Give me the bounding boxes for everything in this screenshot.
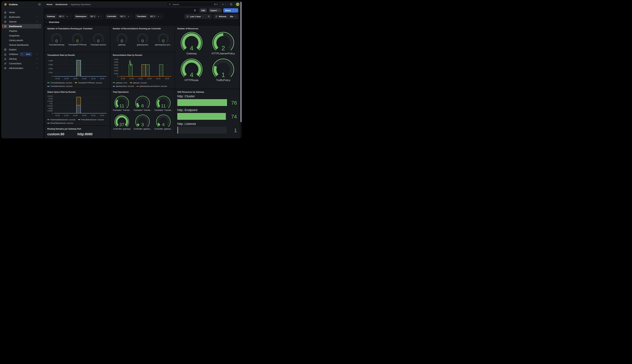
- panel-title[interactable]: XDS Resources by Gateway: [175, 90, 239, 94]
- svg-text:0: 0: [117, 76, 118, 77]
- sidebar-item-bookmarks[interactable]: Bookmarks: [3, 15, 42, 19]
- panel-title[interactable]: Reconciliation Rate by Results: [111, 53, 174, 56]
- edit-button[interactable]: Edit: [199, 8, 207, 12]
- filter-gateway[interactable]: GatewayAll✕✕: [45, 14, 72, 19]
- legend-item[interactable]: TranslateGateway: success: [47, 81, 72, 84]
- legend-item[interactable]: gatewayclass-provisioner: success: [137, 85, 167, 88]
- svg-text:0.003: 0.003: [114, 67, 118, 69]
- filter-translator[interactable]: TranslatorAll✕✕: [135, 14, 163, 19]
- panel-reconciliations-running: Number of Reconciliations Running per Co…: [111, 26, 174, 52]
- grafana-logo-icon[interactable]: [4, 2, 7, 6]
- stat-value: custom:80: [47, 132, 77, 136]
- filter-label: Translator: [135, 14, 148, 19]
- remove-value-icon[interactable]: ✕: [124, 16, 125, 17]
- panel-title[interactable]: Number of Translations Running per Trans…: [46, 26, 109, 30]
- legend-item[interactable]: GatewayStatusSyncer: success: [47, 118, 76, 121]
- sidebar-item-drilldown[interactable]: DrilldownNew!: [3, 52, 42, 56]
- refresh-interval-picker[interactable]: 30s: [228, 14, 238, 19]
- svg-text:0.01: 0.01: [50, 102, 53, 104]
- remove-value-icon[interactable]: ✕: [154, 16, 155, 17]
- svg-text:13:00: 13:00: [82, 78, 86, 80]
- svg-text:12:50: 12:50: [73, 114, 78, 116]
- search-box[interactable]: ⌘+k: [167, 2, 219, 7]
- gauge-value: 1: [208, 72, 239, 78]
- breadcrumb-dashboards[interactable]: Dashboards: [56, 3, 68, 6]
- zoom-out-icon: [208, 15, 210, 18]
- sidebar-item-connections[interactable]: Connections: [3, 61, 42, 66]
- chevron-down-icon[interactable]: [234, 10, 238, 12]
- sidebar-item-shared-dashboards[interactable]: Shared dashboards: [3, 42, 42, 47]
- chevron-down-icon[interactable]: [69, 16, 70, 17]
- gauge: 2HTTPListenerPolicy: [208, 31, 239, 55]
- scrollbar-thumb[interactable]: [240, 2, 241, 122]
- sidebar-item-dashboards[interactable]: Dashboards: [3, 24, 42, 28]
- search-input[interactable]: [172, 3, 214, 6]
- legend-item[interactable]: gateway: error: [113, 81, 127, 84]
- help-button[interactable]: ?: [230, 3, 232, 6]
- export-button[interactable]: Export: [209, 8, 222, 12]
- panel-title[interactable]: Number of Resources: [175, 26, 239, 30]
- filter-namespace[interactable]: NamespaceAll✕✕: [74, 14, 103, 19]
- clear-filter-icon[interactable]: ✕: [158, 16, 159, 18]
- row-title: Overview: [49, 21, 59, 24]
- panel-title[interactable]: Status Syncs Rate by Results: [46, 90, 109, 94]
- legend-item[interactable]: TranslateListeners: success: [47, 85, 73, 88]
- share-button[interactable]: Share: [223, 8, 238, 12]
- chevron-down-icon[interactable]: [130, 16, 132, 17]
- sidebar-item-playlists[interactable]: Playlists: [3, 29, 42, 33]
- sidebar-item-snapshots[interactable]: Snapshots: [3, 33, 42, 38]
- refresh-button[interactable]: Refresh: [214, 14, 228, 19]
- legend-series-name: TranslateHTTPRoute: success: [78, 81, 102, 84]
- sidebar-item-explore[interactable]: Explore: [3, 47, 42, 52]
- sidebar-item-library-panels[interactable]: Library panels: [3, 38, 42, 42]
- filter-chip[interactable]: All✕: [58, 15, 65, 18]
- dashboard-actions-bar: Edit Export Share: [43, 8, 242, 13]
- legend-item[interactable]: gateway: success: [130, 81, 147, 84]
- sidebar-toggle-icon[interactable]: [38, 3, 41, 6]
- breadcrumb-home[interactable]: Home: [47, 3, 53, 6]
- vertical-scrollbar[interactable]: [240, 1, 242, 138]
- panel-title[interactable]: Routing Domains per Gateway Port: [46, 126, 109, 130]
- svg-text:13:10: 13:10: [156, 78, 160, 80]
- filter-chip-value: All: [91, 15, 93, 18]
- svg-text:0.0075: 0.0075: [48, 105, 53, 107]
- filter-chip[interactable]: All✕: [119, 15, 126, 18]
- panel-title[interactable]: Number of Reconciliations Running per Co…: [111, 26, 174, 30]
- new-button[interactable]: [222, 3, 226, 6]
- svg-text:13:10: 13:10: [91, 78, 95, 80]
- sidebar-item-label: Drilldown: [9, 53, 18, 56]
- sidebar-item-label: Alerting: [9, 58, 17, 60]
- star-dashboard-icon[interactable]: [193, 9, 196, 12]
- remove-value-icon[interactable]: ✕: [94, 16, 95, 17]
- legend-item[interactable]: PolicyStatusSyncer: success: [78, 118, 104, 121]
- bar-line: 74: [177, 113, 237, 120]
- legend-item[interactable]: RouteStatusSyncer: success: [47, 122, 73, 124]
- sidebar-item-starred[interactable]: Starred: [3, 19, 42, 24]
- user-avatar[interactable]: [236, 2, 239, 6]
- gauge: 4Controller: gatewa...: [153, 114, 173, 130]
- panel-title[interactable]: Translations Rate by Results: [46, 53, 109, 56]
- filter-chip[interactable]: All✕: [149, 15, 156, 18]
- time-range-picker[interactable]: Last 1 hour: [185, 14, 206, 19]
- gauge-value: 0: [47, 38, 66, 44]
- clear-filter-icon[interactable]: ✕: [66, 16, 68, 18]
- clear-filter-icon[interactable]: ✕: [98, 16, 99, 18]
- zoom-out-button[interactable]: [206, 14, 212, 19]
- remove-value-icon[interactable]: ✕: [62, 16, 64, 17]
- sidebar-item-home[interactable]: Home: [3, 10, 42, 14]
- panel-title[interactable]: Total Operations: [111, 90, 174, 94]
- clear-filter-icon[interactable]: ✕: [128, 16, 129, 18]
- chevron-down-icon[interactable]: [100, 16, 102, 17]
- chevron-down-icon[interactable]: [160, 16, 162, 17]
- chevron-down-icon: [218, 10, 220, 12]
- sidebar-item-alerting[interactable]: Alerting: [3, 56, 42, 61]
- sidebar-item-administration[interactable]: Administration: [3, 66, 42, 70]
- legend-item[interactable]: TranslateHTTPRoute: success: [75, 81, 102, 84]
- filter-label: Gateway: [46, 14, 57, 19]
- filter-controller[interactable]: ControllerAll✕✕: [105, 14, 133, 19]
- filter-chip[interactable]: All✕: [90, 15, 96, 18]
- compass-icon: [4, 48, 7, 51]
- legend-item[interactable]: gatewayclass: success: [113, 85, 134, 88]
- row-overview-toggle[interactable]: Overview: [46, 21, 59, 24]
- panel-translations-rate: Translations Rate by Results0.0080.0060.…: [45, 52, 110, 88]
